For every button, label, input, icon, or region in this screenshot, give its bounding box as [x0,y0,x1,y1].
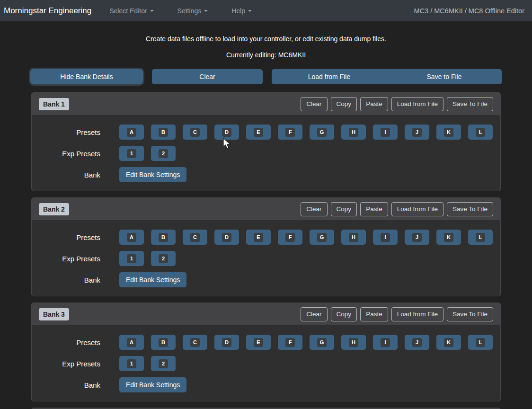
clear-all-button[interactable]: Clear [152,69,263,84]
preset-button[interactable]: J [405,230,429,245]
save-to-file-button[interactable]: Save to File [387,69,502,84]
preset-button[interactable]: E [246,124,271,140]
preset-button[interactable]: A [119,124,144,140]
preset-button[interactable]: E [246,335,271,350]
preset-button[interactable]: K [436,124,461,140]
preset-button[interactable]: G [310,230,334,245]
preset-key-badge: H [349,233,358,242]
preset-key-badge: 2 [159,254,168,263]
bank-action-button[interactable]: Paste [360,307,388,321]
bank-action-button[interactable]: Paste [360,97,388,111]
nav-settings[interactable]: Settings [171,3,215,18]
preset-button[interactable]: L [468,335,493,350]
presets-label: Presets [32,338,100,347]
preset-button[interactable]: H [341,124,366,140]
hide-bank-details-button[interactable]: Hide Bank Details [30,69,143,84]
nav-help[interactable]: Help [225,3,258,18]
preset-button[interactable]: B [151,230,176,245]
preset-button[interactable]: B [151,124,176,140]
preset-button[interactable]: J [405,335,429,350]
bank-action-button[interactable]: Clear [301,202,327,216]
bank-action-button[interactable]: Copy [331,202,357,216]
preset-key-badge: 1 [127,254,136,263]
edit-bank-settings-button[interactable]: Edit Bank Settings [119,167,186,182]
preset-buttons: ABCDEFGHIJKL [119,335,493,350]
bank-action-button[interactable]: Save To File [447,202,493,216]
preset-button[interactable]: 1 [119,356,144,371]
preset-key-badge: D [222,338,231,347]
preset-button[interactable]: A [119,335,144,350]
preset-button[interactable]: F [278,335,302,350]
preset-button[interactable]: H [341,335,366,350]
preset-button[interactable]: I [373,230,398,245]
bank-action-button[interactable]: Clear [301,97,327,111]
exp-preset-buttons: 12 [119,146,176,161]
preset-button[interactable]: H [341,230,366,245]
nav-settings-label: Settings [177,7,202,15]
preset-button[interactable]: 1 [119,251,144,266]
bank-action-button[interactable]: Save To File [447,307,493,321]
preset-key-badge: L [476,233,485,242]
bank-action-button[interactable]: Save To File [447,97,493,111]
chevron-down-icon [248,10,252,12]
edit-bank-settings-button[interactable]: Edit Bank Settings [119,272,186,287]
bank-body: Presets ABCDEFGHIJKL Exp Presets 12 Bank… [32,116,500,191]
preset-button[interactable]: 2 [151,146,176,161]
bank-action-button[interactable]: Clear [301,307,327,321]
bank-action-button[interactable]: Copy [331,307,357,321]
preset-button[interactable]: D [214,230,239,245]
bank-panel: Bank 1 ClearCopyPasteLoad from FileSave … [31,92,501,191]
preset-button[interactable]: J [405,124,429,140]
preset-buttons: ABCDEFGHIJKL [119,124,493,140]
preset-button[interactable]: C [183,124,207,140]
bank-header: Bank 1 ClearCopyPasteLoad from FileSave … [32,93,500,116]
preset-button[interactable]: D [214,335,239,350]
preset-button[interactable]: K [436,335,461,350]
preset-key-badge: D [222,128,231,137]
bank-action-button[interactable]: Paste [360,202,388,216]
preset-button[interactable]: A [119,230,144,245]
preset-key-badge: A [127,338,136,347]
bank-action-button[interactable]: Load from File [391,97,443,111]
preset-button[interactable]: B [151,335,176,350]
nav-select-editor-label: Select Editor [109,7,147,15]
app-subtitle: MC3 / MC6MKII / MC8 Offline Editor [414,7,524,15]
preset-button[interactable]: E [246,230,271,245]
preset-buttons: ABCDEFGHIJKL [119,230,493,245]
bank-action-button[interactable]: Load from File [391,202,443,216]
brand-title[interactable]: Morningstar Engineering [4,6,91,16]
exp-presets-label: Exp Presets [32,150,100,158]
preset-key-badge: L [476,338,485,347]
preset-button[interactable]: L [468,124,493,140]
preset-key-badge: B [159,128,168,137]
load-from-file-button[interactable]: Load from File [272,69,387,84]
nav-select-editor[interactable]: Select Editor [103,3,160,18]
preset-button[interactable]: G [310,124,334,140]
preset-key-badge: 1 [127,149,136,158]
bank-action-button[interactable]: Copy [331,97,357,111]
preset-button[interactable]: D [214,124,239,140]
preset-button[interactable]: L [468,230,493,245]
preset-key-badge: 2 [159,359,168,368]
bank-action-button[interactable]: Load from File [391,307,443,321]
bank-header: Bank 3 ClearCopyPasteLoad from FileSave … [32,303,500,326]
bank-settings-row: Bank Edit Bank Settings [32,377,500,392]
preset-button[interactable]: C [183,230,207,245]
preset-button[interactable]: 2 [151,356,176,371]
preset-button[interactable]: 2 [151,251,176,266]
preset-button[interactable]: F [278,124,302,140]
preset-button[interactable]: G [310,335,334,350]
preset-button[interactable]: F [278,230,302,245]
preset-button[interactable]: C [183,335,207,350]
preset-button[interactable]: I [373,124,398,140]
preset-button[interactable]: I [373,335,398,350]
bank-body: Presets ABCDEFGHIJKL Exp Presets 12 Bank… [32,326,500,401]
bank-panel: Bank 2 ClearCopyPasteLoad from FileSave … [31,197,501,296]
preset-button[interactable]: K [436,230,461,245]
exp-presets-label: Exp Presets [32,360,100,368]
bank-label: Bank [32,171,100,179]
preset-button[interactable]: 1 [119,146,144,161]
preset-key-badge: G [317,233,327,242]
edit-bank-settings-button[interactable]: Edit Bank Settings [119,377,186,392]
bank-badge: Bank 1 [39,98,69,110]
